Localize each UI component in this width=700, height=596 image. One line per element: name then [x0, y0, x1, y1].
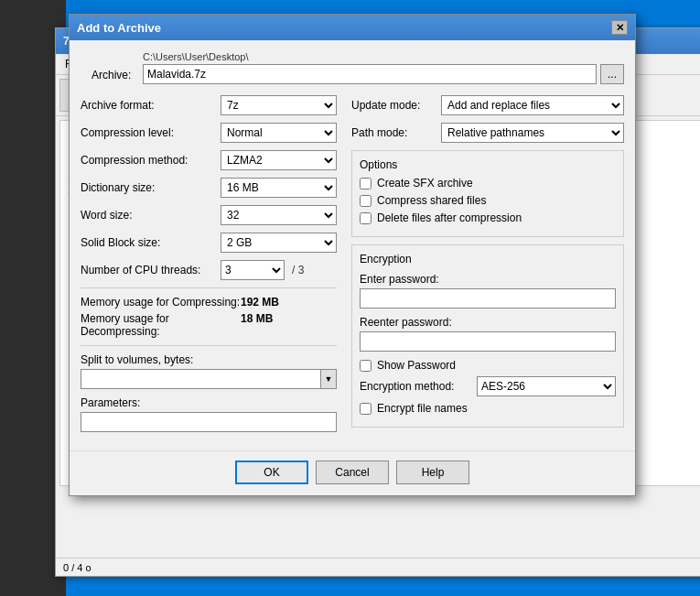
- split-dropdown-btn[interactable]: ▼: [320, 369, 337, 389]
- solid-block-row: Solid Block size: 2 GB 1 GB Non-solid: [81, 233, 337, 253]
- create-sfx-checkbox[interactable]: [360, 178, 372, 190]
- dictionary-size-row: Dictionary size: 16 MB 8 MB 32 MB: [81, 178, 337, 198]
- memory-decompress-label: Memory usage for Decompressing:: [81, 312, 241, 338]
- options-title: Options: [360, 158, 616, 171]
- enter-password-input[interactable]: [360, 288, 616, 309]
- solid-block-select[interactable]: 2 GB 1 GB Non-solid: [221, 233, 337, 253]
- path-mode-row: Path mode: Relative pathnames Absolute p…: [351, 123, 624, 143]
- split-volumes-row: Split to volumes, bytes: ▼: [81, 353, 337, 389]
- memory-decompress-row: Memory usage for Decompressing: 18 MB: [81, 312, 337, 338]
- compress-shared-checkbox[interactable]: [360, 195, 372, 207]
- update-mode-label: Update mode:: [351, 99, 434, 112]
- cpu-threads-row: Number of CPU threads: 3 1 2 / 3: [81, 260, 337, 280]
- solid-block-label: Solid Block size:: [81, 236, 213, 249]
- options-box: Options Create SFX archive Compress shar…: [351, 150, 624, 237]
- cpu-threads-select[interactable]: 3 1 2: [221, 260, 285, 280]
- archive-path-display: C:\Users\User\Desktop\: [143, 51, 624, 62]
- compression-level-row: Compression level: Normal Store Fastest: [81, 123, 337, 143]
- reenter-password-input[interactable]: [360, 331, 616, 352]
- compression-method-select[interactable]: LZMA2 LZMA PPMd: [221, 150, 337, 170]
- parameters-input[interactable]: [81, 412, 337, 432]
- split-input-wrapper: ▼: [81, 369, 337, 389]
- parameters-label: Parameters:: [81, 396, 337, 409]
- encryption-method-row: Encryption method: AES-256: [360, 376, 616, 396]
- parameters-row: Parameters:: [81, 396, 337, 432]
- encryption-title: Encryption: [360, 253, 616, 265]
- encrypt-names-label: Encrypt file names: [377, 402, 468, 415]
- cpu-threads-total: / 3: [292, 264, 304, 276]
- title-buttons: ✕: [611, 20, 628, 35]
- archive-format-label: Archive format:: [81, 99, 213, 112]
- ok-button[interactable]: OK: [235, 461, 308, 484]
- dialog-body: C:\Users\User\Desktop\ Archive: ... Arch…: [70, 40, 635, 450]
- dialog-footer: OK Cancel Help: [70, 450, 635, 495]
- word-size-row: Word size: 32 16 64: [81, 205, 337, 225]
- show-password-checkbox[interactable]: [360, 360, 372, 372]
- memory-decompress-value: 18 MB: [241, 312, 273, 338]
- divider-2: [81, 345, 337, 346]
- show-password-row: Show Password: [360, 359, 616, 372]
- create-sfx-label: Create SFX archive: [377, 177, 473, 190]
- memory-compress-value: 192 MB: [241, 296, 279, 309]
- compression-method-label: Compression method:: [81, 154, 213, 167]
- compression-method-row: Compression method: LZMA2 LZMA PPMd: [81, 150, 337, 170]
- divider-1: [81, 287, 337, 288]
- archive-label: Archive:: [92, 69, 131, 81]
- compress-shared-label: Compress shared files: [377, 194, 486, 207]
- archive-format-row: Archive format: 7z zip tar: [81, 95, 337, 115]
- delete-after-row: Delete files after compression: [360, 211, 616, 224]
- help-button[interactable]: Help: [396, 461, 469, 484]
- dialog-title: Add to Archive: [77, 21, 161, 35]
- enc-method-label: Encryption method:: [360, 380, 469, 393]
- status-bar: 0 / 4 o: [56, 558, 700, 576]
- compression-level-select[interactable]: Normal Store Fastest: [221, 123, 337, 143]
- dialog-titlebar: Add to Archive ✕: [70, 15, 635, 40]
- enter-password-label: Enter password:: [360, 273, 616, 286]
- split-volumes-label: Split to volumes, bytes:: [81, 353, 337, 366]
- encrypt-names-checkbox[interactable]: [360, 403, 372, 415]
- path-mode-label: Path mode:: [351, 126, 434, 139]
- dictionary-size-label: Dictionary size:: [81, 181, 213, 194]
- compress-shared-row: Compress shared files: [360, 194, 616, 207]
- archive-name-input[interactable]: [143, 64, 597, 84]
- create-sfx-row: Create SFX archive: [360, 177, 616, 190]
- path-mode-select[interactable]: Relative pathnames Absolute pathnames No…: [441, 123, 624, 143]
- archive-format-select[interactable]: 7z zip tar: [221, 95, 337, 115]
- reenter-password-label: Reenter password:: [360, 316, 616, 329]
- enc-method-select[interactable]: AES-256: [477, 376, 616, 396]
- delete-after-checkbox[interactable]: [360, 212, 372, 224]
- memory-compress-row: Memory usage for Compressing: 192 MB: [81, 296, 337, 309]
- cancel-button[interactable]: Cancel: [316, 461, 389, 484]
- left-column: Archive format: 7z zip tar Compression l…: [81, 95, 337, 439]
- word-size-select[interactable]: 32 16 64: [221, 205, 337, 225]
- dictionary-size-select[interactable]: 16 MB 8 MB 32 MB: [221, 178, 337, 198]
- update-mode-row: Update mode: Add and replace files Add a…: [351, 95, 624, 115]
- archive-input-row: Archive: ...: [143, 64, 624, 84]
- memory-compress-label: Memory usage for Compressing:: [81, 296, 241, 309]
- browse-button[interactable]: ...: [600, 64, 624, 84]
- update-mode-select[interactable]: Add and replace files Add and update fil…: [441, 95, 624, 115]
- main-form: Archive format: 7z zip tar Compression l…: [81, 95, 624, 439]
- delete-after-label: Delete files after compression: [377, 211, 522, 224]
- encrypt-names-row: Encrypt file names: [360, 402, 616, 415]
- status-text: 0 / 4 o: [63, 562, 92, 573]
- word-size-label: Word size:: [81, 209, 213, 222]
- show-password-label: Show Password: [377, 359, 456, 372]
- right-column: Update mode: Add and replace files Add a…: [351, 95, 624, 439]
- compression-level-label: Compression level:: [81, 126, 213, 139]
- split-volumes-input[interactable]: [81, 369, 320, 389]
- close-button[interactable]: ✕: [611, 20, 628, 35]
- add-to-archive-dialog: Add to Archive ✕ C:\Users\User\Desktop\ …: [69, 14, 636, 496]
- encryption-box: Encryption Enter password: Reenter passw…: [351, 244, 624, 428]
- cpu-threads-label: Number of CPU threads:: [81, 264, 213, 276]
